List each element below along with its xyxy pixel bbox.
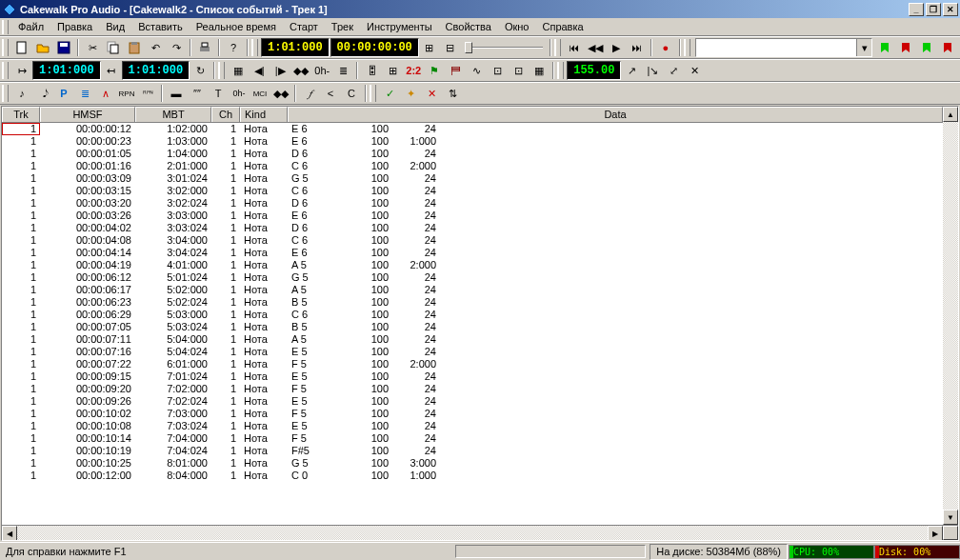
table-row[interactable]: 100:00:06:295:03:0001НотаC 610024 (2, 309, 943, 321)
grid-body[interactable]: 100:00:00:121:02:0001НотаE 610024100:00:… (2, 123, 943, 525)
tool-d-icon[interactable]: 🎛 (361, 60, 382, 81)
scroll-left-button[interactable]: ◀ (2, 526, 17, 541)
table-row[interactable]: 100:00:10:087:03:0241НотаE 510024 (2, 420, 943, 432)
toolbar-handle[interactable] (2, 39, 9, 56)
col-ch[interactable]: Ch (211, 107, 240, 122)
menu-realtime[interactable]: Реальное время (190, 19, 283, 34)
new-button[interactable] (11, 37, 32, 58)
forward-button[interactable]: ⏭ (627, 37, 648, 58)
filter-bar-icon[interactable]: ▬ (166, 83, 187, 104)
tempo-display[interactable]: 155.00 (567, 61, 621, 80)
menu-file[interactable]: Файл (11, 19, 50, 34)
table-row[interactable]: 100:00:10:258:01:0001НотаG 51003:000 (2, 457, 943, 470)
table-row[interactable]: 100:00:07:226:01:0001НотаF 51002:000 (2, 358, 943, 370)
scroll-up-button[interactable]: ▲ (943, 107, 958, 122)
snap-left-icon[interactable]: ◀| (249, 60, 270, 81)
col-hmsf[interactable]: HMSF (40, 107, 135, 122)
flag-a-icon[interactable]: ⚑ (424, 60, 445, 81)
save-button[interactable] (53, 37, 74, 58)
help-icon[interactable]: ? (223, 37, 244, 58)
filter-p-icon[interactable]: P (53, 83, 74, 104)
table-row[interactable]: 100:00:09:157:01:0241НотаE 510024 (2, 370, 943, 383)
table-row[interactable]: 100:00:01:162:01:0001НотаC 61002:000 (2, 160, 943, 172)
preset-combo[interactable]: ▾ (695, 38, 872, 57)
scroll-down-button[interactable]: ▼ (943, 510, 958, 525)
table-row[interactable]: 100:00:04:083:04:0001НотаC 610024 (2, 234, 943, 247)
maximize-button[interactable]: ❐ (926, 3, 941, 16)
toolbar-handle[interactable] (370, 85, 376, 102)
tool-i-icon[interactable]: ▦ (529, 60, 550, 81)
filter-lt-icon[interactable]: < (320, 83, 341, 104)
tool-c-icon[interactable]: ≣ (332, 60, 353, 81)
filter-mci-icon[interactable]: MCI (250, 83, 270, 104)
toolbar-handle[interactable] (251, 39, 258, 56)
table-row[interactable]: 100:00:03:263:03:0001НотаE 610024 (2, 210, 943, 222)
table-row[interactable]: 100:00:09:267:02:0241НотаE 510024 (2, 395, 943, 408)
position-time-display[interactable]: 00:00:00:00 (330, 38, 419, 57)
vertical-scrollbar[interactable]: ▲ ▼ (943, 107, 958, 525)
scroll-right-button[interactable]: ▶ (928, 526, 943, 541)
table-row[interactable]: 100:00:09:207:02:0001НотаF 510024 (2, 383, 943, 395)
table-row[interactable]: 100:00:00:121:02:0001НотаE 610024 (2, 123, 943, 135)
filter-quote-icon[interactable]: ″″ (187, 83, 208, 104)
marker-d-icon[interactable] (937, 37, 958, 58)
menu-properties[interactable]: Свойства (439, 19, 498, 34)
snap-grid-icon[interactable]: ▦ (228, 60, 249, 81)
menu-track[interactable]: Трек (325, 19, 360, 34)
undo-button[interactable]: ↶ (145, 37, 166, 58)
toolbar-handle[interactable] (557, 62, 564, 79)
open-button[interactable] (32, 37, 53, 58)
table-row[interactable]: 100:00:06:125:01:0241НотаG 510024 (2, 271, 943, 284)
filter-list-icon[interactable]: ≣ (74, 83, 95, 104)
table-row[interactable]: 100:00:03:203:02:0241НотаD 610024 (2, 197, 943, 210)
rewind-button[interactable]: ⏮ (564, 37, 585, 58)
snap-right-icon[interactable]: |▶ (270, 60, 290, 81)
toolbar-handle[interactable] (554, 39, 561, 56)
close-button[interactable]: ✕ (943, 3, 958, 16)
goto-end-icon[interactable]: ⊟ (440, 37, 461, 58)
tool-f-icon[interactable]: ∿ (466, 60, 487, 81)
record-button[interactable]: ● (655, 37, 676, 58)
back-button[interactable]: ◀◀ (585, 37, 606, 58)
col-trk[interactable]: Trk (2, 107, 40, 122)
toolbar-handle[interactable] (2, 20, 9, 34)
marker-c-icon[interactable] (916, 37, 937, 58)
filter-star-icon[interactable]: ✦ (400, 83, 421, 104)
table-row[interactable]: 100:00:06:235:02:0241НотаB 510024 (2, 296, 943, 309)
filter-note2-icon[interactable]: 𝅘𝅥𝅮 (32, 83, 53, 104)
menu-start[interactable]: Старт (283, 19, 325, 34)
tool-b-icon[interactable]: 0h- (311, 60, 332, 81)
menu-edit[interactable]: Правка (50, 19, 99, 34)
col-kind[interactable]: Kind (240, 107, 288, 122)
table-row[interactable]: 100:00:01:051:04:0001НотаD 610024 (2, 148, 943, 160)
cut-button[interactable]: ✂ (82, 37, 103, 58)
table-row[interactable]: 100:00:10:027:03:0001НотаF 510024 (2, 408, 943, 420)
table-row[interactable]: 100:00:06:175:02:0001НотаA 510024 (2, 284, 943, 296)
filter-t-icon[interactable]: T (208, 83, 229, 104)
table-row[interactable]: 100:00:10:147:04:0001НотаF 510024 (2, 432, 943, 445)
minimize-button[interactable]: _ (909, 3, 924, 16)
filter-c-icon[interactable]: C (341, 83, 362, 104)
filter-delete-icon[interactable]: ✕ (421, 83, 442, 104)
table-row[interactable]: 100:00:07:055:03:0241НотаB 510024 (2, 321, 943, 333)
toolbar-handle[interactable] (684, 39, 690, 56)
print-button[interactable] (194, 37, 215, 58)
filter-diamond-icon[interactable]: ◆◆ (270, 83, 291, 104)
redo-button[interactable]: ↷ (166, 37, 187, 58)
tool-e-icon[interactable]: ⊞ (382, 60, 403, 81)
table-row[interactable]: 100:00:12:008:04:0001НотаC 01001:000 (2, 470, 943, 482)
tempo-tool-a-icon[interactable]: ↗ (621, 60, 642, 81)
tool-g-icon[interactable]: ⊡ (487, 60, 508, 81)
filter-nrpn-icon[interactable]: ᴿᴾᴺ (137, 83, 158, 104)
position-mbt-display[interactable]: 1:01:000 (261, 38, 330, 57)
table-row[interactable]: 100:00:04:194:01:0001НотаA 51002:000 (2, 259, 943, 271)
toolbar-handle[interactable] (2, 85, 9, 102)
loop-to-display[interactable]: 1:01:000 (122, 61, 190, 80)
table-row[interactable]: 100:00:03:093:01:0241НотаG 510024 (2, 172, 943, 185)
play-button[interactable]: ▶ (606, 37, 627, 58)
horizontal-scrollbar[interactable]: ◀ ▶ (2, 525, 958, 540)
table-row[interactable]: 100:00:04:023:03:0241НотаD 610024 (2, 222, 943, 234)
toolbar-handle[interactable] (2, 62, 9, 79)
menu-window[interactable]: Окно (498, 19, 536, 34)
filter-check-icon[interactable]: ✓ (379, 83, 400, 104)
